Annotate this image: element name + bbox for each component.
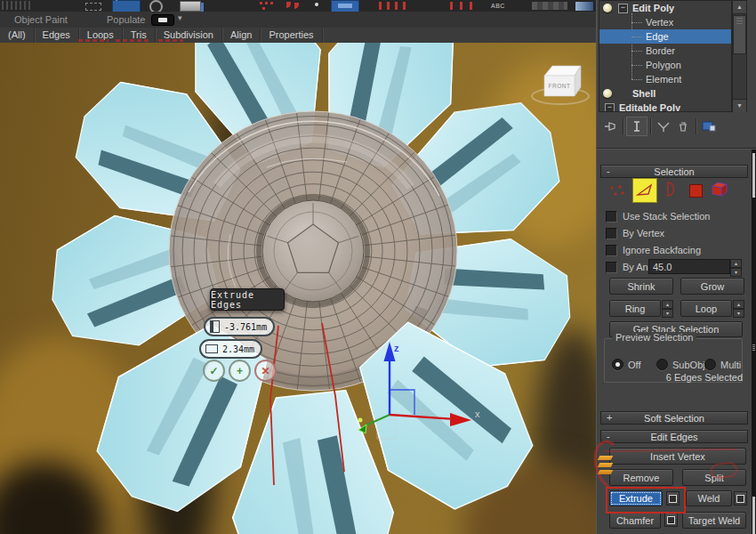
stack-item-border[interactable]: Border [599, 44, 731, 58]
chamfer-button[interactable]: Chamfer [609, 512, 661, 529]
loop-button[interactable]: Loop [680, 300, 732, 317]
preview-subobj-option[interactable]: SubObj [656, 359, 705, 370]
scroll-up-button[interactable]: ▲ [733, 1, 746, 14]
ring-button[interactable]: Ring [609, 300, 661, 317]
stack-item-editable-poly[interactable]: − Editable Poly [599, 101, 731, 112]
radio-subobj[interactable] [656, 359, 668, 370]
use-stack-selection-checkbox[interactable] [606, 211, 617, 222]
curve-icon[interactable] [286, 2, 291, 8]
tab-all[interactable]: (All) [0, 28, 35, 43]
scrollbar-thumb[interactable] [733, 15, 746, 54]
rollout-title: Selection [654, 166, 694, 177]
layer-icons[interactable] [450, 2, 477, 10]
extrude-width-value[interactable]: 2.34mm [222, 344, 254, 354]
panel-scrollbar[interactable] [752, 150, 756, 534]
spin-down-icon[interactable]: ▾ [730, 268, 742, 277]
by-angle-spinner[interactable]: ▴▾ [730, 259, 742, 274]
group-label: Preview Selection [612, 332, 696, 343]
caddy-title: Extrude Edges [210, 288, 285, 311]
stack-item-polygon[interactable]: Polygon [599, 58, 731, 72]
align-icons[interactable] [379, 2, 411, 10]
spin-down-icon[interactable]: ▾ [733, 309, 744, 318]
radio-multi[interactable] [704, 359, 716, 370]
collapse-icon[interactable]: − [605, 103, 615, 113]
soft-selection-rollout-header[interactable]: + Soft Selection [600, 411, 748, 425]
preview-off-option[interactable]: Off [612, 359, 640, 370]
tab-align[interactable]: Align [222, 28, 261, 43]
show-end-result-icon[interactable] [626, 117, 647, 136]
ribbon-tab-populate[interactable]: Populate [107, 12, 145, 28]
by-angle-field[interactable]: 45.0 [648, 259, 730, 274]
make-unique-icon[interactable] [654, 117, 673, 135]
remove-modifier-icon[interactable] [673, 117, 693, 135]
chamfer-settings-button[interactable] [664, 513, 678, 527]
edit-edges-rollout-header[interactable]: - Edit Edges [600, 430, 748, 443]
stack-item-element[interactable]: Element [599, 72, 731, 86]
spin-down-icon[interactable]: ▾ [662, 309, 673, 318]
stack-item-edit-poly[interactable]: − Edit Poly [599, 1, 731, 15]
selection-status-text: 6 Edges Selected [600, 372, 743, 383]
perspective-viewport[interactable]: z x FRONT Extrude Edges -3.761mm 2.34mm … [0, 43, 596, 534]
viewcube[interactable]: FRONT [532, 66, 589, 104]
stack-toolbar [600, 116, 743, 137]
ring-spinner[interactable]: ▴▾ [662, 300, 673, 317]
slider-icons[interactable] [532, 2, 567, 10]
stack-item-vertex[interactable]: Vertex [599, 15, 731, 29]
select-move-icon[interactable] [112, 0, 141, 12]
caddy-cancel-button[interactable]: ✕ [254, 360, 277, 382]
ribbon-tab-object-paint[interactable]: Object Paint [14, 12, 68, 28]
stack-item-edge[interactable]: Edge [599, 29, 731, 44]
rollout-title: Edit Edges [650, 432, 697, 442]
edge-mode-icon[interactable] [632, 178, 657, 203]
target-weld-button[interactable]: Target Weld [682, 512, 746, 529]
loop-spinner[interactable]: ▴▾ [733, 300, 744, 317]
modifier-on-icon[interactable] [603, 89, 612, 98]
by-vertex-checkbox[interactable] [606, 228, 617, 239]
vertex-mode-icon[interactable] [609, 184, 625, 199]
polygon-mode-icon[interactable] [689, 184, 703, 198]
checkbox-label: Use Stack Selection [623, 211, 710, 222]
mirror-icon[interactable] [331, 0, 359, 12]
red-dots-icon[interactable] [260, 2, 262, 4]
dot-icon[interactable] [315, 3, 318, 6]
configure-modifier-sets-icon[interactable] [699, 117, 719, 135]
marquee-icon[interactable] [85, 3, 101, 11]
border-mode-icon[interactable] [664, 181, 679, 199]
scrollbar-thumb[interactable] [752, 497, 755, 534]
weld-settings-button[interactable] [734, 491, 747, 506]
scrollbar-thumb[interactable] [752, 153, 755, 198]
stack-item-shell[interactable]: Shell [599, 86, 731, 101]
ignore-backfacing-checkbox[interactable] [606, 245, 617, 256]
collapse-icon[interactable]: − [618, 4, 628, 13]
extrude-height-value[interactable]: -3.761mm [224, 322, 267, 332]
ribbon-minimize-button[interactable] [151, 14, 174, 26]
tab-edges[interactable]: Edges [35, 28, 79, 43]
window-icon[interactable] [180, 1, 201, 12]
by-angle-checkbox[interactable] [606, 262, 617, 273]
grow-button[interactable]: Grow [680, 278, 744, 295]
blue-panel-icon[interactable] [575, 1, 594, 12]
caddy-ok-button[interactable]: ✓ [203, 360, 225, 382]
pin-stack-icon[interactable] [600, 117, 620, 135]
radio-off[interactable] [612, 359, 623, 370]
spin-up-icon[interactable]: ▴ [730, 259, 742, 268]
modifier-on-icon[interactable] [603, 4, 612, 12]
selection-rollout-header[interactable]: - Selection [600, 165, 748, 178]
scroll-down-button[interactable]: ▼ [733, 99, 746, 112]
element-mode-icon[interactable] [711, 180, 729, 199]
extrude-height-control[interactable]: -3.761mm [204, 317, 275, 336]
spin-up-icon[interactable]: ▴ [733, 300, 744, 309]
snap-tools-icon[interactable] [2, 1, 32, 10]
extrude-width-control[interactable]: 2.34mm [199, 339, 262, 359]
shrink-button[interactable]: Shrink [609, 278, 673, 295]
chevron-down-icon[interactable]: ▾ [178, 13, 182, 22]
stack-scrollbar[interactable]: ▲ ▼ [732, 0, 747, 112]
tree-stub [631, 36, 642, 37]
viewport-3d-scene[interactable]: z x FRONT [0, 43, 596, 534]
caddy-apply-button[interactable]: + [229, 360, 251, 382]
abc-icon[interactable]: ABC [491, 3, 511, 12]
spin-up-icon[interactable]: ▴ [662, 300, 673, 309]
tab-properties[interactable]: Properties [261, 28, 322, 43]
weld-button[interactable]: Weld [686, 490, 732, 506]
preview-multi-option[interactable]: Multi [704, 359, 741, 370]
